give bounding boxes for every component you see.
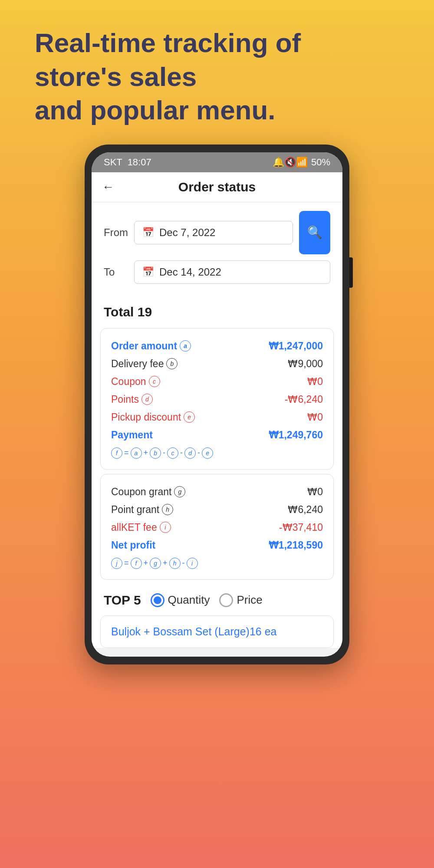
grant-card: Coupon grant g ₩0 Point grant h ₩6,240 [100,474,334,580]
price-label: Price [237,593,262,607]
status-bar-right: 🔔🔇📶 50% [273,157,330,168]
badge-e: e [184,411,195,423]
status-icons: 🔔🔇📶 [273,157,308,168]
allket-fee-row: allKET fee i -₩37,410 [111,519,323,536]
carrier-label: SKT 18:07 [104,157,151,168]
phone-screen: SKT 18:07 🔔🔇📶 50% ← Order status From [92,152,342,657]
formula-b: b [150,447,161,459]
calendar-icon-from: 📅 [142,227,154,238]
phone-device: SKT 18:07 🔔🔇📶 50% ← Order status From [85,145,349,664]
top-bar: ← Order status [92,172,342,202]
allket-fee-value: -₩37,410 [279,522,323,533]
hero-line2: store's sales [35,62,197,92]
bottom-card: Buljok + Bossam Set (Large)16 ea [100,615,334,648]
search-icon: 🔍 [307,225,322,240]
payment-row: Payment ₩1,249,760 [111,426,323,444]
coupon-grant-row: Coupon grant g ₩0 [111,483,323,501]
formula2-f: f [131,558,142,569]
total-section: Total 19 [92,299,342,324]
to-row: To 📅 Dec 14, 2022 [104,260,330,284]
side-button [349,257,353,288]
quantity-option[interactable]: Quantity [151,593,210,607]
total-label: Total 19 [104,305,152,319]
pickup-discount-value: ₩0 [307,411,323,423]
badge-c: c [149,376,160,387]
points-row: Points d -₩6,240 [111,391,323,408]
coupon-row: Coupon c ₩0 [111,373,323,391]
badge-i: i [160,522,171,533]
points-value: -₩6,240 [285,394,323,405]
badge-g: g [174,486,185,497]
badge-h: h [162,504,173,515]
quantity-radio[interactable] [151,593,164,607]
formula-d: d [184,447,196,459]
net-profit-value: ₩1,218,590 [269,539,323,551]
badge-a: a [180,340,191,352]
top5-section: TOP 5 Quantity Price [92,584,342,612]
point-grant-row: Point grant h ₩6,240 [111,501,323,519]
order-amount-row: Order amount a ₩1,247,000 [111,337,323,355]
point-grant-label: Point grant h [111,504,173,516]
points-label: Points d [111,394,153,405]
formula-e: e [202,447,213,459]
coupon-grant-label: Coupon grant g [111,486,185,498]
from-label: From [104,227,134,239]
top5-label: TOP 5 [104,593,141,608]
quantity-radio-inner [154,596,161,604]
formula1: f = a + b - c - d - e [111,444,323,460]
delivery-fee-row: Delivery fee b ₩9,000 [111,355,323,373]
from-row: From 📅 Dec 7, 2022 🔍 [104,211,330,254]
badge-b: b [166,358,178,369]
date-filter-section: From 📅 Dec 7, 2022 🔍 To 📅 De [92,202,342,299]
net-profit-row: Net profit ₩1,218,590 [111,536,323,554]
payment-value: ₩1,249,760 [269,429,323,441]
formula-a: a [131,447,142,459]
hero-section: Real-time tracking of store's sales and … [0,0,434,140]
price-option[interactable]: Price [219,593,262,607]
screen-content: ← Order status From 📅 Dec 7, 2022 🔍 [92,172,342,648]
coupon-value: ₩0 [307,376,323,388]
net-profit-label: Net profit [111,539,155,551]
summary-card: Order amount a ₩1,247,000 Delivery fee b… [100,328,334,470]
coupon-grant-value: ₩0 [307,486,323,498]
formula2: j = f + g + h - i [111,554,323,571]
formula-f: f [111,447,122,459]
formula2-g: g [150,558,161,569]
point-grant-value: ₩6,240 [288,504,323,516]
coupon-label: Coupon c [111,376,160,388]
back-button[interactable]: ← [102,180,114,194]
battery-label: 50% [311,157,330,168]
formula2-h: h [169,558,181,569]
pickup-discount-label: Pickup discount e [111,411,195,423]
formula2-i: i [187,558,198,569]
price-radio[interactable] [219,593,233,607]
allket-fee-label: allKET fee i [111,522,171,533]
formula-j: j [111,558,122,569]
order-amount-value: ₩1,247,000 [269,340,323,352]
to-label: To [104,266,134,278]
to-date-input[interactable]: 📅 Dec 14, 2022 [134,260,330,284]
quantity-label: Quantity [168,593,210,607]
hero-line1: Real-time tracking of [35,28,301,58]
page-title: Order status [178,180,256,194]
pickup-discount-row: Pickup discount e ₩0 [111,408,323,426]
from-date-input[interactable]: 📅 Dec 7, 2022 [134,221,293,244]
formula-c: c [167,447,178,459]
delivery-fee-label: Delivery fee b [111,358,178,370]
to-date-value: Dec 14, 2022 [159,266,221,278]
status-bar: SKT 18:07 🔔🔇📶 50% [92,152,342,172]
delivery-fee-value: ₩9,000 [288,358,323,370]
hero-line3: and popular menu. [35,95,276,125]
bottom-card-item: Buljok + Bossam Set (Large)16 ea [111,625,323,638]
order-amount-label: Order amount a [111,340,191,352]
calendar-icon-to: 📅 [142,266,154,278]
from-date-value: Dec 7, 2022 [159,227,215,239]
badge-d: d [141,394,153,405]
payment-label: Payment [111,429,153,441]
phone-wrapper: SKT 18:07 🔔🔇📶 50% ← Order status From [0,145,434,664]
search-button[interactable]: 🔍 [299,211,330,254]
